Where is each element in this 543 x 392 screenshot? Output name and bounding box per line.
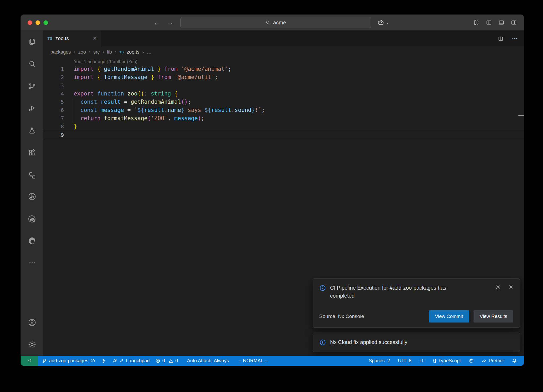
accounts-icon[interactable] bbox=[27, 317, 37, 328]
status-auto-attach[interactable]: Auto Attach: Always bbox=[184, 356, 232, 366]
chevron-right-icon: › bbox=[89, 49, 90, 55]
edge-devtools-icon[interactable] bbox=[27, 236, 37, 246]
status-bar-right: Spaces: 2 UTF-8 LF {} TypeScript Prettie… bbox=[366, 356, 524, 366]
close-icon[interactable] bbox=[508, 284, 514, 290]
scrollbar-mark[interactable] bbox=[518, 115, 524, 116]
typescript-file-icon: TS bbox=[119, 50, 124, 54]
code-text[interactable]: return formatMessage('ZOO', message); bbox=[74, 114, 204, 123]
copilot-menu[interactable]: ⌄ bbox=[377, 15, 389, 31]
status-encoding[interactable]: UTF-8 bbox=[395, 356, 414, 366]
code-line-8[interactable]: 8} bbox=[43, 123, 524, 131]
chevron-right-icon: › bbox=[142, 49, 144, 55]
status-indentation[interactable]: Spaces: 2 bbox=[366, 356, 393, 366]
tab-bar: TS zoo.ts × ⋯ bbox=[43, 31, 524, 46]
notification-source: Source: Nx Console bbox=[319, 313, 364, 319]
status-bar: add-zoo-packages Launchpad 0 bbox=[21, 356, 524, 366]
line-number: 6 bbox=[43, 106, 64, 114]
notification-message: CI Pipeline Execution for #add-zoo-packa… bbox=[330, 284, 468, 300]
editor-actions: ⋯ bbox=[498, 31, 518, 46]
remote-icon bbox=[27, 358, 32, 364]
code-text[interactable]: const message = `${result.name} says ${r… bbox=[74, 106, 265, 114]
more-actions-icon[interactable]: ⋯ bbox=[511, 35, 518, 42]
back-arrow-icon[interactable]: ← bbox=[153, 19, 160, 26]
forward-arrow-icon[interactable]: → bbox=[166, 19, 173, 26]
info-icon bbox=[319, 339, 326, 346]
minimize-window-button[interactable] bbox=[36, 20, 40, 25]
code-line-2[interactable]: 2import { formatMessage } from '@acme/ut… bbox=[43, 73, 524, 81]
window-controls bbox=[28, 15, 48, 31]
code-line-9[interactable]: 9 bbox=[43, 131, 524, 139]
close-tab-icon[interactable]: × bbox=[93, 35, 97, 42]
warning-count: 0 bbox=[175, 358, 178, 364]
line-number: 4 bbox=[43, 90, 64, 98]
breadcrumb-item[interactable]: src bbox=[93, 49, 100, 55]
line-number: 3 bbox=[43, 81, 64, 90]
typescript-file-icon: TS bbox=[47, 36, 52, 41]
notification-nx-cloud-fix: Nx Cloud fix applied successfully bbox=[313, 333, 520, 352]
status-git-graph[interactable] bbox=[98, 356, 109, 366]
breadcrumb-item[interactable]: … bbox=[147, 49, 152, 55]
code-line-6[interactable]: 6 const message = `${result.name} says $… bbox=[43, 106, 524, 114]
command-center-search[interactable]: acme bbox=[180, 17, 371, 28]
titlebar: ← → acme ⌄ bbox=[21, 15, 524, 31]
breadcrumb-item[interactable]: zoo bbox=[78, 49, 86, 55]
code-text[interactable]: import { formatMessage } from '@acme/uti… bbox=[74, 73, 218, 81]
status-branch[interactable]: add-zoo-packages bbox=[39, 356, 98, 366]
split-editor-icon[interactable] bbox=[498, 36, 504, 42]
git-graph-icon bbox=[101, 358, 106, 363]
tab-zoo-ts[interactable]: TS zoo.ts × bbox=[43, 31, 101, 46]
toggle-primary-sidebar-icon[interactable] bbox=[486, 19, 492, 26]
vscode-window: ← → acme ⌄ bbox=[21, 15, 524, 366]
braces-icon: {} bbox=[433, 358, 436, 363]
testing-icon[interactable] bbox=[27, 125, 37, 136]
history-nav: ← → bbox=[153, 15, 173, 31]
code-line-5[interactable]: 5 const result = getRandomAnimal(); bbox=[43, 98, 524, 106]
status-launchpad[interactable]: Launchpad bbox=[109, 356, 152, 366]
view-commit-button[interactable]: View Commit bbox=[429, 310, 469, 323]
remote-indicator[interactable] bbox=[21, 356, 38, 366]
code-line-7[interactable]: 7 return formatMessage('ZOO', message); bbox=[43, 114, 524, 123]
code-text[interactable]: import { getRandomAnimal } from '@acme/a… bbox=[74, 65, 231, 73]
more-views-icon[interactable] bbox=[27, 258, 37, 268]
nx-cloud-icon[interactable] bbox=[27, 214, 37, 224]
status-eol[interactable]: LF bbox=[417, 356, 428, 366]
status-language[interactable]: {} TypeScript bbox=[430, 356, 464, 366]
notification-settings-gear-icon[interactable] bbox=[495, 284, 501, 290]
status-vim-mode[interactable]: -- NORMAL -- bbox=[235, 356, 270, 366]
settings-gear-icon[interactable] bbox=[27, 339, 37, 350]
line-number: 5 bbox=[43, 98, 64, 106]
source-control-icon[interactable] bbox=[27, 81, 37, 92]
code-line-3[interactable]: 3 bbox=[43, 81, 524, 90]
layout-controls bbox=[473, 15, 517, 31]
view-results-button[interactable]: View Results bbox=[474, 310, 513, 323]
breadcrumb-item[interactable]: lib bbox=[107, 49, 112, 55]
search-view-icon[interactable] bbox=[27, 59, 37, 69]
code-text[interactable]: } bbox=[74, 123, 77, 131]
breadcrumb-item[interactable]: packages bbox=[50, 49, 71, 55]
indent-guide bbox=[74, 98, 74, 123]
run-debug-icon[interactable] bbox=[27, 103, 37, 114]
code-line-1[interactable]: 1import { getRandomAnimal } from '@acme/… bbox=[43, 65, 524, 73]
status-copilot[interactable] bbox=[465, 356, 477, 366]
zoom-window-button[interactable] bbox=[43, 20, 48, 25]
explorer-icon[interactable] bbox=[27, 36, 37, 47]
notification-toasts: CI Pipeline Execution for #add-zoo-packa… bbox=[313, 278, 520, 352]
info-icon bbox=[319, 285, 326, 291]
status-formatter[interactable]: Prettier bbox=[478, 356, 507, 366]
code-text[interactable]: const result = getRandomAnimal(); bbox=[74, 98, 191, 106]
code-text[interactable]: export function zoo(): string { bbox=[74, 90, 178, 98]
customize-layout-icon[interactable] bbox=[473, 19, 480, 26]
line-number: 1 bbox=[43, 65, 64, 73]
extensions-icon[interactable] bbox=[27, 147, 37, 158]
nx-project-details-icon[interactable] bbox=[27, 170, 37, 181]
close-window-button[interactable] bbox=[28, 20, 32, 25]
status-problems[interactable]: 0 0 bbox=[152, 356, 181, 366]
cloud-upload-icon bbox=[90, 358, 95, 363]
status-notifications-bell[interactable] bbox=[509, 356, 520, 366]
notification-ci-pipeline: CI Pipeline Execution for #add-zoo-packa… bbox=[313, 278, 520, 328]
toggle-secondary-sidebar-icon[interactable] bbox=[511, 19, 517, 26]
code-line-4[interactable]: 4export function zoo(): string { bbox=[43, 90, 524, 98]
nx-console-icon[interactable] bbox=[27, 191, 37, 202]
breadcrumb-item[interactable]: zoo.ts bbox=[127, 49, 139, 55]
toggle-panel-icon[interactable] bbox=[498, 19, 505, 26]
